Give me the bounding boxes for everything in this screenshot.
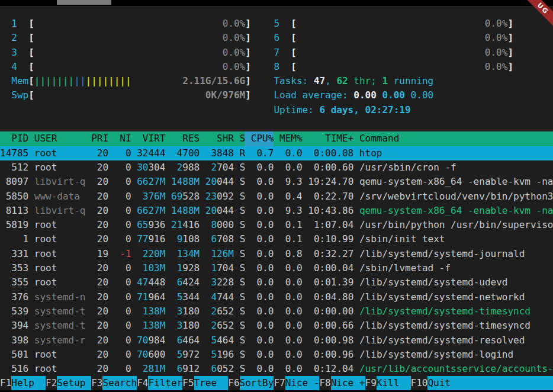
mem-meter-and-tasks: Mem[||||||||||||||||| 2.11G/15.6G] Tasks… [0,74,553,88]
mem-bar-blue: || [74,74,85,88]
function-key-bar: F1Help F2Setup F3SearchF4FilterF5Tree F6… [0,376,553,390]
text-segment: 304 [148,160,165,175]
fkey-F8-label[interactable]: Nice + [331,376,365,390]
fkey-F2[interactable]: F2 [46,376,57,390]
process-row-5819[interactable]: 5819 root 20 0 65936 21416 8000 S 0.0 0.… [0,218,553,232]
text-segment [137,319,143,333]
cpu-cell: 0.0 [251,304,279,319]
command-cell: qemu-system-x86_64 -enable-kvm -na [359,175,553,189]
table-header[interactable]: PID USER PRI NI VIRT RES SHR S CPU% MEM%… [0,131,553,146]
text-segment [200,261,205,275]
fkey-F5[interactable]: F5 [182,376,194,390]
text-segment: 0 [114,160,131,175]
fkey-F9[interactable]: F9 [365,376,377,390]
process-row-394[interactable]: 394 systemd-t 20 0 138M 3180 2652 S 0.0 … [0,319,553,333]
window-tab-sliver[interactable] [57,0,111,5]
fkey-F10-label[interactable]: Quit [427,376,553,390]
text-segment: 912 [182,362,200,376]
pid-cell: 8113 [0,204,34,218]
fkey-F3-label[interactable]: Search [102,376,137,390]
text-segment: 20 [91,319,114,333]
cpu-cell: 0.0 [251,232,279,246]
process-row-398[interactable]: 398 systemd-r 20 0 70984 6464 5464 S 0.0… [0,333,553,348]
text-segment [171,362,177,376]
fkey-F4-label[interactable]: Filter [148,376,182,390]
value-mb-part: 5 [177,290,183,304]
text-segment [205,362,211,376]
text-segment [200,247,205,261]
process-row-1[interactable]: 1 root 20 0 77916 9108 6708 S 0.0 0.1 0:… [0,232,553,246]
text-segment [297,31,485,45]
cpu-cell: 0.0 [251,160,279,175]
meter-bracket: ] [245,46,251,60]
process-row-8113[interactable]: 8113 libvirt-q 20 0 6627M 1488M 20044 S … [0,204,553,218]
fkey-F10[interactable]: F10 [411,376,428,390]
text-segment [131,261,137,275]
value-mb-part: 2 [177,160,183,175]
text-segment: 928 [182,261,200,275]
text-segment [0,31,11,45]
process-row-501[interactable]: 501 root 20 0 70600 5972 5196 S 0.0 0.0 … [0,348,553,362]
sort-column-header-cpu[interactable]: CPU% [245,131,274,146]
process-row-14785[interactable]: 14785 root 20 0 32444 4700 3848 R 0.7 0.… [0,146,553,160]
text-segment: 0 [114,290,131,304]
fkey-F3[interactable]: F3 [91,376,102,390]
value-mb-part: 1488M [171,204,200,218]
fkey-F7[interactable]: F7 [274,376,285,390]
process-row-355[interactable]: 355 root 20 0 47448 6424 3228 S 0.0 0.0 … [0,275,553,290]
text-segment [200,290,205,304]
text-segment: 20 [91,304,114,319]
user-cell: libvirt-q [34,175,91,189]
pid-cell: 516 [0,362,34,376]
text-segment: 20 [91,261,114,275]
pid-cell: 376 [0,290,34,304]
text-segment [165,275,171,290]
process-row-5850[interactable]: 5850 www-data 20 0 376M 69528 23092 S 0.… [0,189,553,204]
process-row-8097[interactable]: 8097 libvirt-q 20 0 6627M 1488M 20044 S … [0,175,553,189]
command-cell: /lib/systemd/systemd-journald [359,247,525,261]
fkey-F6[interactable]: F6 [228,376,239,390]
text-segment: 600 [148,348,165,362]
fkey-F1-label[interactable]: Help [11,376,46,390]
state-cell: S [234,261,251,275]
meter-bracket: ] [507,17,513,31]
fkey-F2-label[interactable]: Setup [57,376,91,390]
fkey-F5-label[interactable]: Tree [194,376,229,390]
fkey-F4[interactable]: F4 [137,376,148,390]
process-row-539[interactable]: 539 systemd-t 20 0 138M 3180 2652 S 0.0 … [0,304,553,319]
process-row-512[interactable]: 512 root 20 0 30304 2988 2704 S 0.0 0.0 … [0,160,553,175]
process-row-376[interactable]: 376 systemd-n 20 0 71964 5344 4744 S 0.0… [0,290,553,304]
fkey-F7-label[interactable]: Nice - [285,376,320,390]
text-segment [251,60,274,74]
text-segment [279,60,291,74]
text-segment: 0 [114,189,131,204]
text-segment [279,31,291,45]
meter-bracket: [ [291,60,297,74]
text-segment [131,348,137,362]
state-cell: S [234,232,251,246]
value-mb-part: 138M [143,304,166,319]
column-headers[interactable]: PID USER PRI NI VIRT RES SHR S [0,131,245,146]
cpu-cell: 0.0 [251,348,279,362]
process-row-516[interactable]: 516 root 20 0 281M 6912 6052 S 0.0 0.0 0… [0,362,553,376]
text-segment: 744 [217,290,234,304]
column-headers[interactable]: MEM% TIME+ Command [274,131,553,146]
value-mb-part: 9 [177,232,183,246]
text-segment: 044 [217,204,234,218]
terminal-content: 1 [ 0.0%] 5 [ 0.0%] 2 [ 0.0%] 6 [ 0.0%] … [0,6,553,391]
command-cell: /usr/sbin/cron -f [359,160,456,175]
process-row-353[interactable]: 353 root 20 0 103M 1928 1704 S 0.0 0.0 0… [0,261,553,275]
fkey-F9-label[interactable]: Kill [377,376,411,390]
cpu-meter-label: 5 [274,17,279,31]
text-segment: 180 [182,304,200,319]
meter-bracket: ] [245,31,251,45]
process-row-331[interactable]: 331 root 19 -1 220M 134M 126M S 0.0 0.8 … [0,247,553,261]
text-segment [205,160,211,175]
text-segment [171,160,177,175]
fkey-F1[interactable]: F1 [0,376,11,390]
fkey-F8[interactable]: F8 [319,376,330,390]
text-segment [297,46,485,60]
text-segment: 0 [114,348,131,362]
text-segment: 0 [114,319,131,333]
fkey-F6-label[interactable]: SortBy [240,376,274,390]
